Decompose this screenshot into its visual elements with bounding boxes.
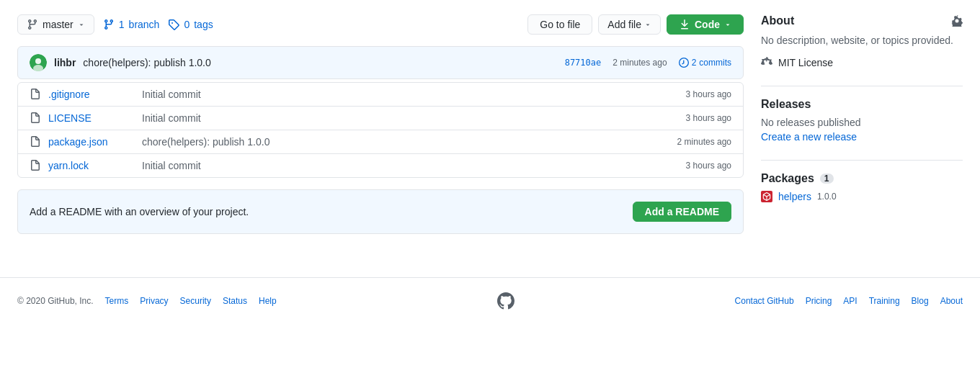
branch-icon	[27, 19, 38, 30]
footer-link-terms[interactable]: Terms	[105, 296, 129, 306]
readme-banner: Add a README with an overview of your pr…	[17, 189, 744, 234]
commit-count: 2	[692, 58, 697, 68]
tag-count-link[interactable]: 0 tags	[168, 19, 213, 30]
table-row: yarn.lock Initial commit 3 hours ago	[18, 154, 743, 177]
footer-link-privacy[interactable]: Privacy	[140, 296, 168, 306]
file-icon	[30, 160, 41, 171]
sidebar-divider-1	[761, 86, 963, 86]
branch-selector[interactable]: master	[17, 14, 94, 35]
commit-author[interactable]: lihbr	[54, 57, 76, 68]
go-to-file-button[interactable]: Go to file	[527, 14, 592, 35]
about-title: About	[761, 14, 963, 27]
commit-hash[interactable]: 87710ae	[565, 58, 602, 68]
branch-label: branch	[129, 19, 160, 30]
file-name[interactable]: yarn.lock	[48, 160, 135, 171]
table-row: .gitignore Initial commit 3 hours ago	[18, 83, 743, 107]
packages-title: Packages 1	[761, 172, 963, 185]
packages-section: Packages 1 helpers 1.0.0	[761, 172, 963, 202]
commit-meta: 87710ae 2 minutes ago 2 commits	[565, 58, 731, 68]
file-time: 3 hours ago	[686, 113, 731, 123]
file-commit-message: Initial commit	[142, 160, 679, 171]
branch-name: master	[43, 19, 74, 30]
footer-link-training[interactable]: Training	[869, 296, 900, 306]
file-commit-message: chore(helpers): publish 1.0.0	[142, 136, 670, 148]
package-name-link[interactable]: helpers	[778, 191, 811, 202]
file-commit-message: Initial commit	[142, 112, 679, 124]
about-section: About No description, website, or topics…	[761, 14, 963, 68]
github-logo	[497, 292, 514, 310]
svg-point-1	[35, 58, 41, 64]
file-commit-message: Initial commit	[142, 89, 679, 100]
download-icon	[679, 19, 690, 30]
footer-link-api[interactable]: API	[843, 296, 857, 306]
table-row: LICENSE Initial commit 3 hours ago	[18, 107, 743, 130]
footer-link-security[interactable]: Security	[180, 296, 211, 306]
license-text: MIT License	[778, 57, 833, 68]
tag-icon	[168, 19, 179, 30]
commit-row: lihbr chore(helpers): publish 1.0.0 8771…	[18, 47, 743, 78]
footer-right-links: Contact GitHub Pricing API Training Blog…	[735, 296, 963, 306]
footer-link-blog[interactable]: Blog	[912, 296, 929, 306]
create-release-link[interactable]: Create a new release	[761, 131, 857, 143]
file-time: 3 hours ago	[686, 161, 731, 171]
no-releases-text: No releases published	[761, 117, 963, 128]
history-icon	[679, 58, 689, 68]
table-row: package.json chore(helpers): publish 1.0…	[18, 130, 743, 154]
code-label: Code	[695, 19, 720, 30]
gear-icon[interactable]	[951, 15, 963, 27]
package-version: 1.0.0	[817, 192, 837, 202]
package-item: helpers 1.0.0	[761, 191, 963, 202]
copyright-text: © 2020 GitHub, Inc.	[17, 296, 94, 306]
license-icon	[761, 57, 772, 68]
commits-label: commits	[699, 58, 731, 68]
file-name[interactable]: package.json	[48, 136, 135, 148]
footer-link-help[interactable]: Help	[259, 296, 277, 306]
license-info: MIT License	[761, 57, 963, 68]
file-icon	[30, 112, 41, 124]
file-table: .gitignore Initial commit 3 hours ago LI…	[17, 82, 744, 178]
readme-banner-text: Add a README with an overview of your pr…	[30, 206, 249, 217]
add-readme-button[interactable]: Add a README	[633, 202, 731, 222]
file-icon	[30, 89, 41, 100]
file-icon	[30, 136, 41, 148]
branch-count-link[interactable]: 1 branch	[103, 19, 160, 30]
commits-link[interactable]: 2 commits	[679, 58, 731, 68]
tag-label: tags	[194, 19, 213, 30]
branch-count-icon	[103, 19, 115, 30]
package-icon	[761, 191, 772, 202]
commit-message[interactable]: chore(helpers): publish 1.0.0	[83, 57, 557, 68]
file-time: 2 minutes ago	[677, 137, 731, 147]
footer: © 2020 GitHub, Inc. Terms Privacy Securi…	[0, 277, 980, 324]
commit-time: 2 minutes ago	[612, 58, 667, 68]
releases-title: Releases	[761, 98, 963, 111]
footer-link-status[interactable]: Status	[223, 296, 247, 306]
avatar	[30, 54, 47, 71]
footer-left-links: © 2020 GitHub, Inc. Terms Privacy Securi…	[17, 296, 277, 306]
latest-commit-box: lihbr chore(helpers): publish 1.0.0 8771…	[17, 46, 744, 79]
add-file-chevron-icon	[644, 21, 651, 28]
sidebar: About No description, website, or topics…	[761, 14, 963, 234]
repo-toolbar: master 1 branch 0 tags Go to	[17, 14, 744, 35]
footer-link-pricing[interactable]: Pricing	[806, 296, 832, 306]
chevron-down-icon	[78, 21, 85, 28]
tag-count: 0	[184, 19, 190, 30]
footer-link-contact[interactable]: Contact GitHub	[735, 296, 794, 306]
sidebar-divider-2	[761, 160, 963, 161]
footer-logo-container	[497, 292, 514, 310]
file-name[interactable]: LICENSE	[48, 112, 135, 124]
toolbar-right-actions: Go to file Add file Code	[527, 14, 744, 35]
packages-count: 1	[820, 174, 834, 184]
branch-count: 1	[119, 19, 125, 30]
about-description: No description, website, or topics provi…	[761, 33, 963, 48]
footer-link-about[interactable]: About	[940, 296, 963, 306]
add-file-button[interactable]: Add file	[598, 14, 661, 35]
file-time: 3 hours ago	[686, 89, 731, 99]
add-file-label: Add file	[607, 19, 641, 30]
code-button[interactable]: Code	[667, 14, 744, 35]
code-chevron-icon	[724, 21, 731, 28]
releases-section: Releases No releases published Create a …	[761, 98, 963, 143]
file-name[interactable]: .gitignore	[48, 89, 135, 100]
